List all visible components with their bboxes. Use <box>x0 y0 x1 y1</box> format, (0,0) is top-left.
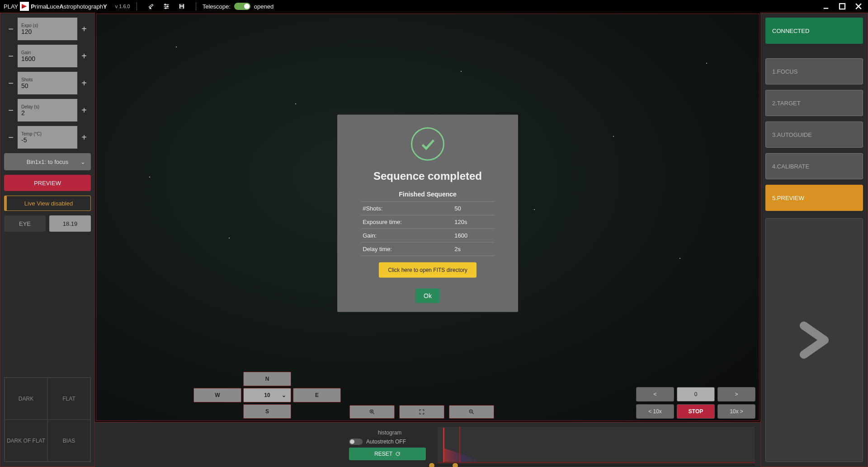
preview-area[interactable]: N W 10 E S < 0 > < 10x STOP <box>96 14 760 421</box>
minimize-button[interactable] <box>820 0 832 12</box>
delay-minus[interactable]: − <box>4 99 18 121</box>
shots-stepper: − Shots50 + <box>4 72 91 94</box>
temp-plus[interactable]: + <box>77 126 91 149</box>
close-button[interactable] <box>853 0 864 12</box>
app-brand: PrimaLuceAstrophotographY <box>31 3 107 10</box>
center-area: N W 10 E S < 0 > < 10x STOP <box>95 13 760 467</box>
check-icon <box>411 127 444 161</box>
gain-plus[interactable]: + <box>77 45 91 67</box>
autostretch-row: Autostretch OFF <box>349 439 406 445</box>
gain-field[interactable]: Gain1600 <box>18 45 77 67</box>
step-preview[interactable]: 5.PREVIEW <box>765 185 863 211</box>
frame-dark[interactable]: DARK <box>5 378 47 420</box>
telescope-label: Telescope: <box>203 3 231 10</box>
autostretch-label: Autostretch OFF <box>366 439 406 445</box>
modal-ok-button[interactable]: Ok <box>415 289 440 303</box>
right-panel: CONNECTED 1.FOCUS 2.TARGET 3.AUTOGUIDE 4… <box>760 13 868 467</box>
nesw-w[interactable]: W <box>193 388 241 402</box>
svg-point-2 <box>165 8 166 9</box>
histogram-reset-button[interactable]: RESET <box>349 448 426 460</box>
play-label: PLAY <box>4 3 18 10</box>
version-label: v 1.6.0 <box>115 4 130 9</box>
app-logo-icon <box>20 2 29 11</box>
modal-title: Sequence completed <box>348 170 507 182</box>
open-fits-button[interactable]: Click here to open FITS directory <box>379 262 476 278</box>
liveview-status[interactable]: Live View disabled <box>4 196 91 211</box>
modal-subtitle: Finished Sequence <box>348 191 507 198</box>
nav-value: 0 <box>677 387 715 402</box>
nav-fwd10[interactable]: 10x > <box>717 404 755 419</box>
gain-stepper: − Gain1600 + <box>4 45 91 67</box>
save-icon[interactable] <box>177 1 187 11</box>
expo-minus[interactable]: − <box>4 18 18 40</box>
nesw-speed-select[interactable]: 10 <box>243 388 291 402</box>
shots-field[interactable]: Shots50 <box>18 72 77 94</box>
zoom-row <box>349 405 494 419</box>
expo-stepper: − Expo (s)120 + <box>4 18 91 40</box>
step-calibrate[interactable]: 4.CALIBRATE <box>765 153 863 179</box>
go-button[interactable] <box>765 218 863 462</box>
nav-back10[interactable]: < 10x <box>636 404 674 419</box>
zoom-fit-button[interactable] <box>399 405 444 419</box>
expo-plus[interactable]: + <box>77 18 91 40</box>
svg-rect-6 <box>840 4 845 9</box>
expo-field[interactable]: Expo (s)120 <box>18 18 77 40</box>
svg-rect-5 <box>180 7 183 9</box>
nav-back[interactable]: < <box>636 387 674 402</box>
svg-point-0 <box>165 4 166 5</box>
shots-minus[interactable]: − <box>4 72 18 94</box>
step-target[interactable]: 2.TARGET <box>765 90 863 116</box>
histogram-title: histogram <box>378 430 402 436</box>
telescope-state: opened <box>254 3 274 10</box>
settings-icon[interactable] <box>161 1 171 11</box>
sequence-complete-modal: Sequence completed Finished Sequence #Sh… <box>337 115 518 312</box>
svg-point-1 <box>167 6 168 7</box>
svg-rect-4 <box>180 4 183 6</box>
telescope-toggle[interactable] <box>234 3 250 10</box>
zoom-in-button[interactable] <box>349 405 395 419</box>
eye-label[interactable]: EYE <box>4 215 46 232</box>
telescope-icon[interactable] <box>146 1 156 11</box>
shots-plus[interactable]: + <box>77 72 91 94</box>
temp-minus[interactable]: − <box>4 126 18 149</box>
temp-stepper: − Temp (°C)-5 + <box>4 126 91 149</box>
nesw-e[interactable]: E <box>293 388 341 402</box>
histogram-strip: histogram Autostretch OFF RESET <box>95 422 760 467</box>
connected-status[interactable]: CONNECTED <box>765 18 863 44</box>
maximize-button[interactable] <box>836 0 848 12</box>
preview-button[interactable]: PREVIEW <box>4 175 91 191</box>
modal-table: #Shots:50 Exposure time:120s Gain:1600 D… <box>361 201 495 256</box>
nesw-n[interactable]: N <box>243 372 291 386</box>
gain-minus[interactable]: − <box>4 45 18 67</box>
histogram-slider[interactable] <box>431 464 755 466</box>
delay-plus[interactable]: + <box>77 99 91 121</box>
nav-stop[interactable]: STOP <box>677 404 715 419</box>
frame-flat[interactable]: FLAT <box>47 378 90 420</box>
title-bar: PLAY PrimaLuceAstrophotographY v 1.6.0 T… <box>0 0 868 13</box>
step-focus[interactable]: 1.FOCUS <box>765 58 863 84</box>
autostretch-toggle[interactable] <box>349 439 363 445</box>
eye-value: 18.19 <box>49 215 91 232</box>
frame-darkofflat[interactable]: DARK OF FLAT <box>5 420 47 462</box>
zoom-out-button[interactable] <box>449 405 494 419</box>
temp-field[interactable]: Temp (°C)-5 <box>18 126 77 149</box>
histogram-graph[interactable] <box>438 427 755 463</box>
delay-stepper: − Delay (s)2 + <box>4 99 91 121</box>
delay-field[interactable]: Delay (s)2 <box>18 99 77 121</box>
step-autoguide[interactable]: 3.AUTOGUIDE <box>765 121 863 148</box>
left-panel: − Expo (s)120 + − Gain1600 + − Shots50 +… <box>0 13 95 467</box>
nesw-pad: N W 10 E S <box>193 372 341 419</box>
binning-select[interactable]: Bin1x1: to focus <box>4 153 91 170</box>
frame-bias[interactable]: BIAS <box>47 420 90 462</box>
nav-fwd[interactable]: > <box>717 387 755 402</box>
nesw-s[interactable]: S <box>243 404 291 419</box>
frame-type-grid: DARK FLAT DARK OF FLAT BIAS <box>4 377 91 462</box>
frame-nav: < 0 > < 10x STOP 10x > <box>636 387 755 419</box>
